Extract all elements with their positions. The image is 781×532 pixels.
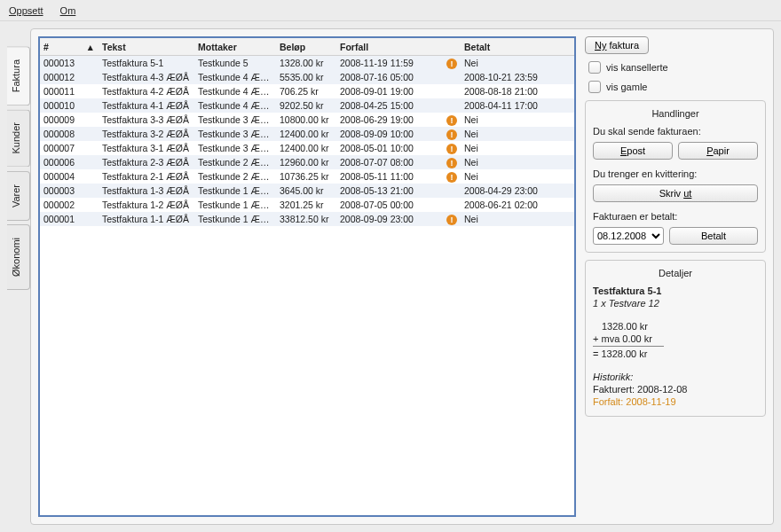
table-row[interactable]: 000008Testfaktura 3-2 ÆØÅTestkunde 3 ÆØÅ…: [40, 127, 574, 141]
table-row[interactable]: 000010Testfaktura 4-1 ÆØÅTestkunde 4 ÆØÅ…: [40, 98, 574, 113]
col-number[interactable]: #: [40, 42, 84, 52]
cell-recipient: Testkunde 4 ÆØÅ: [194, 72, 276, 82]
paid-button[interactable]: Betalt: [669, 227, 758, 245]
cell-paid: Nei: [461, 143, 574, 153]
cell-warn: !: [443, 129, 461, 140]
workspace: Faktura Kunder Varer Økonomi # ▴ Tekst M…: [0, 21, 781, 532]
table-row[interactable]: 000012Testfaktura 4-3 ÆØÅTestkunde 4 ÆØÅ…: [40, 70, 574, 84]
show-cancelled-row[interactable]: vis kansellerte: [585, 61, 766, 74]
cell-amount: 3645.00 kr: [276, 185, 336, 196]
line-item: 1 x Testvare 12: [593, 298, 758, 309]
warning-icon: !: [446, 129, 457, 140]
tab-faktura[interactable]: Faktura: [7, 46, 30, 106]
history-label: Historikk:: [593, 372, 633, 382]
cell-warn: !: [443, 157, 461, 168]
side-tabs: Faktura Kunder Varer Økonomi: [7, 46, 30, 525]
cell-text: Testfaktura 3-3 ÆØÅ: [99, 114, 194, 125]
table-row[interactable]: 000011Testfaktura 4-2 ÆØÅTestkunde 4 ÆØÅ…: [40, 84, 574, 98]
col-amount[interactable]: Beløp: [276, 42, 336, 52]
actions-title: Handlinger: [593, 108, 758, 119]
invoiced-line: Fakturert: 2008-12-08: [593, 384, 758, 395]
col-text[interactable]: Tekst: [99, 42, 194, 52]
cell-paid: 2008-04-29 23:00: [461, 185, 574, 196]
cell-amount: 10800.00 kr: [276, 114, 336, 125]
cell-number: 000002: [40, 200, 84, 210]
cell-amount: 33812.50 kr: [276, 214, 336, 224]
cell-text: Testfaktura 1-2 ÆØÅ: [99, 200, 194, 210]
cell-amount: 3201.25 kr: [276, 200, 336, 210]
cell-due: 2008-07-16 05:00: [336, 72, 443, 82]
cell-due: 2008-09-09 10:00: [336, 129, 443, 139]
cell-number: 000003: [40, 185, 84, 196]
cell-paid: Nei: [461, 171, 574, 182]
cell-text: Testfaktura 3-2 ÆØÅ: [99, 129, 194, 139]
show-old-row[interactable]: vis gamle: [585, 81, 766, 93]
overdue-line: Forfalt: 2008-11-19: [593, 396, 758, 407]
table-row[interactable]: 000004Testfaktura 2-1 ÆØÅTestkunde 2 ÆØÅ…: [40, 169, 574, 184]
menubar: Oppsett Om: [0, 0, 781, 21]
table-row[interactable]: 000002Testfaktura 1-2 ÆØÅTestkunde 1 ÆØÅ…: [40, 198, 574, 212]
cell-paid: Nei: [461, 114, 574, 125]
col-due[interactable]: Forfall: [336, 42, 443, 52]
menu-om[interactable]: Om: [60, 5, 76, 16]
warning-icon: !: [446, 59, 457, 69]
paid-date-select[interactable]: 08.12.2008: [593, 227, 664, 245]
tab-varer[interactable]: Varer: [7, 171, 30, 221]
table-row[interactable]: 000009Testfaktura 3-3 ÆØÅTestkunde 3 ÆØÅ…: [40, 113, 574, 127]
cell-amount: 5535.00 kr: [276, 72, 336, 82]
paid-label: Fakturaen er betalt:: [593, 211, 758, 222]
table-row[interactable]: 000013Testfaktura 5-1Testkunde 51328.00 …: [40, 56, 574, 70]
cell-amount: 12400.00 kr: [276, 143, 336, 153]
papir-button[interactable]: Papir: [678, 142, 758, 160]
cell-text: Testfaktura 5-1: [99, 58, 194, 68]
cell-recipient: Testkunde 1 ÆØÅ: [194, 200, 276, 210]
cell-due: 2008-04-25 15:00: [336, 100, 443, 111]
warning-icon: !: [446, 172, 457, 183]
table-row[interactable]: 000007Testfaktura 3-1 ÆØÅTestkunde 3 ÆØÅ…: [40, 141, 574, 155]
cell-text: Testfaktura 4-1 ÆØÅ: [99, 100, 194, 111]
table-body: 000013Testfaktura 5-1Testkunde 51328.00 …: [40, 56, 574, 226]
cell-recipient: Testkunde 3 ÆØÅ: [194, 143, 276, 153]
cell-amount: 12960.00 kr: [276, 157, 336, 168]
cell-paid: Nei: [461, 58, 574, 68]
warning-icon: !: [446, 158, 457, 168]
col-paid[interactable]: Betalt: [461, 42, 574, 52]
table-header[interactable]: # ▴ Tekst Mottaker Beløp Forfall Betalt: [40, 38, 574, 56]
show-old-label: vis gamle: [606, 82, 647, 92]
col-sort-icon[interactable]: ▴: [84, 42, 99, 52]
invoice-name: Testfaktura 5-1: [593, 286, 758, 296]
new-invoice-button[interactable]: Ny faktura: [585, 36, 649, 54]
cell-due: 2008-09-09 23:00: [336, 214, 443, 224]
cell-recipient: Testkunde 1 ÆØÅ: [194, 214, 276, 224]
cell-number: 000006: [40, 157, 84, 168]
cell-recipient: Testkunde 2 ÆØÅ: [194, 171, 276, 182]
checkbox-icon[interactable]: [588, 61, 601, 74]
actions-box: Handlinger Du skal sende fakturaen: Epos…: [585, 100, 766, 253]
menu-oppsett[interactable]: Oppsett: [9, 5, 43, 16]
cell-due: 2008-11-19 11:59: [336, 58, 443, 68]
total-line: = 1328.00 kr: [593, 348, 758, 359]
table-row[interactable]: 000001Testfaktura 1-1 ÆØÅTestkunde 1 ÆØÅ…: [40, 212, 574, 226]
cell-recipient: Testkunde 4 ÆØÅ: [194, 86, 276, 97]
cell-number: 000009: [40, 114, 84, 125]
tab-kunder[interactable]: Kunder: [7, 109, 30, 167]
table-row[interactable]: 000003Testfaktura 1-3 ÆØÅTestkunde 1 ÆØÅ…: [40, 184, 574, 198]
print-button[interactable]: Skriv ut: [593, 184, 758, 202]
warning-icon: !: [446, 144, 457, 154]
col-recipient[interactable]: Mottaker: [194, 42, 276, 52]
table-row[interactable]: 000006Testfaktura 2-3 ÆØÅTestkunde 2 ÆØÅ…: [40, 155, 574, 169]
cell-text: Testfaktura 3-1 ÆØÅ: [99, 143, 194, 153]
checkbox-icon[interactable]: [588, 81, 601, 93]
cell-due: 2008-09-01 19:00: [336, 86, 443, 97]
invoice-table: # ▴ Tekst Mottaker Beløp Forfall Betalt …: [38, 36, 576, 517]
epost-button[interactable]: Epost: [593, 142, 673, 160]
send-label: Du skal sende fakturaen:: [593, 126, 758, 137]
cell-number: 000001: [40, 214, 84, 224]
cell-due: 2008-05-01 10:00: [336, 143, 443, 153]
cell-number: 000007: [40, 143, 84, 153]
vat-line: + mva 0.00 kr: [593, 333, 758, 344]
divider: [593, 346, 664, 347]
tab-okonomi[interactable]: Økonomi: [7, 224, 30, 290]
details-box: Detaljer Testfaktura 5-1 1 x Testvare 12…: [585, 260, 766, 417]
cell-paid: Nei: [461, 214, 574, 224]
